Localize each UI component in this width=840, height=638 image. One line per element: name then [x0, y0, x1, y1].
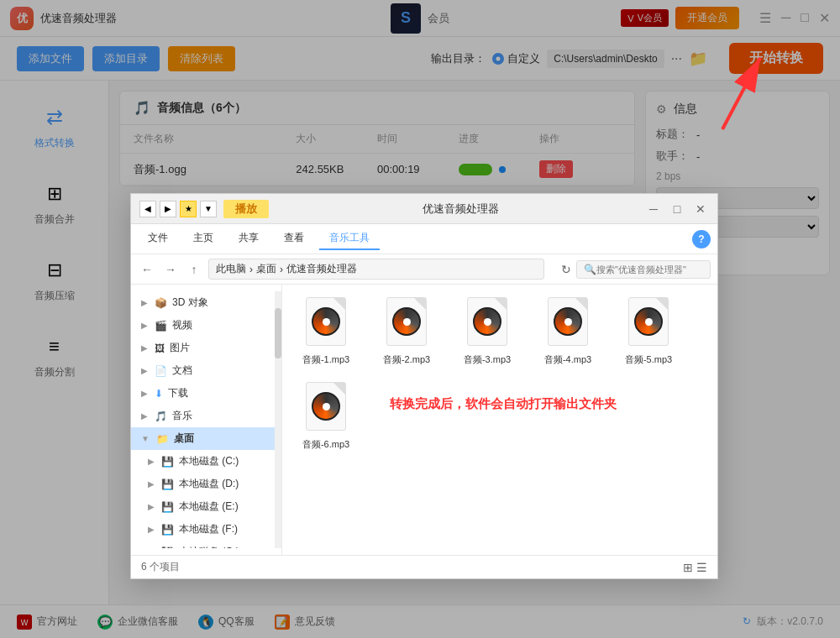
- fe-file-icon-6: [302, 379, 349, 433]
- fe-download-icon: ⬇: [155, 388, 163, 400]
- expand-icon7: ▼: [141, 434, 150, 443]
- fe-file-3[interactable]: 音频-3.mp3: [454, 295, 521, 366]
- fe-g-icon: 💾: [161, 546, 174, 549]
- fe-scrollbar-thumb: [275, 308, 281, 358]
- fe-file-icon-3: [464, 295, 511, 348]
- fe-video-label: 视频: [172, 318, 192, 332]
- fe-view-icons: ⊞ ☰: [683, 561, 707, 574]
- fe-item-count: 6 个项目: [141, 560, 180, 574]
- fe-tab-home[interactable]: 主页: [183, 227, 223, 250]
- expand-icon5: ▶: [141, 389, 148, 398]
- fe-minimize-btn[interactable]: ─: [645, 202, 662, 216]
- fe-scrollbar[interactable]: [275, 291, 281, 548]
- bc-app: 优速音频处理器: [286, 262, 357, 276]
- expand-icon9: ▶: [148, 479, 155, 489]
- fe-search-icon: 🔍: [584, 264, 596, 275]
- fe-star-icon[interactable]: ★: [180, 201, 197, 217]
- fe-sidebar-music[interactable]: ▶ 🎵 音乐: [131, 405, 281, 427]
- fe-c-label: 本地磁盘 (C:): [179, 454, 239, 468]
- fe-icon-group: ◀ ▶ ★ ▼: [139, 201, 217, 217]
- fe-sidebar-pics[interactable]: ▶ 🖼 图片: [131, 337, 281, 359]
- fe-play-badge: 播放: [223, 200, 269, 218]
- bc-sep1: ›: [249, 264, 253, 275]
- fe-music-label: 音乐: [172, 409, 192, 423]
- fe-sidebar-f[interactable]: ▶ 💾 本地磁盘 (F:): [131, 518, 281, 541]
- fe-pics-label: 图片: [170, 341, 190, 355]
- fe-sidebar-download[interactable]: ▶ ⬇ 下载: [131, 382, 281, 405]
- fe-3d-label: 3D 对象: [172, 295, 208, 310]
- fe-help-btn[interactable]: ?: [692, 230, 711, 248]
- expand-icon4: ▶: [141, 366, 148, 375]
- expand-icon: ▶: [141, 298, 148, 307]
- fe-sidebar-d[interactable]: ▶ 💾 本地磁盘 (D:): [131, 473, 281, 495]
- fe-row2: 音频-6.mp3 转换完成后，软件会自动打开输出文件夹: [292, 379, 707, 451]
- fe-nav-bar: ← → ↑ 此电脑 › 桌面 › 优速音频处理器 ↻ 🔍: [131, 254, 717, 285]
- fe-file-6[interactable]: 音频-6.mp3: [292, 379, 360, 451]
- expand-icon6: ▶: [141, 411, 148, 421]
- fe-file-name-4: 音频-4.mp3: [544, 353, 591, 366]
- fe-tabs: 文件 主页 共享 查看 音乐工具 ?: [131, 224, 717, 254]
- fe-sidebar-g[interactable]: ▶ 💾 本地磁盘 (G:): [131, 541, 281, 548]
- conversion-message: 转换完成后，软件会自动打开输出文件夹: [390, 396, 617, 412]
- fe-grid-view-icon[interactable]: ⊞: [683, 561, 693, 574]
- fe-nav-back[interactable]: ←: [138, 260, 156, 279]
- fe-title: 优速音频处理器: [276, 201, 645, 217]
- fe-file-2[interactable]: 音频-2.mp3: [373, 295, 440, 366]
- fe-list-view-icon[interactable]: ☰: [696, 561, 707, 574]
- fe-tab-music[interactable]: 音乐工具: [319, 227, 380, 250]
- fe-file-icon-5: [625, 295, 672, 348]
- fe-fwd-icon[interactable]: ▶: [160, 201, 176, 217]
- fe-docs-label: 文档: [172, 363, 192, 378]
- fe-nav-up[interactable]: ↑: [185, 260, 203, 279]
- fe-file-icon-2: [383, 295, 430, 348]
- fe-body: ▶ 📦 3D 对象 ▶ 🎬 视频 ▶ 🖼 图片 ▶ 📄 文档: [131, 285, 717, 555]
- fe-f-icon: 💾: [161, 524, 174, 536]
- fe-sidebar-video[interactable]: ▶ 🎬 视频: [131, 314, 281, 337]
- expand-icon10: ▶: [148, 502, 155, 511]
- fe-d-icon: 💾: [161, 478, 174, 490]
- fe-file-name-2: 音频-2.mp3: [383, 353, 430, 366]
- fe-content: 音频-1.mp3 音频-2.mp3: [282, 285, 717, 555]
- fe-back-icon[interactable]: ◀: [139, 201, 156, 217]
- fe-sidebar-c[interactable]: ▶ 💾 本地磁盘 (C:): [131, 450, 281, 473]
- fe-win-controls: ─ □ ✕: [645, 202, 709, 216]
- fe-docs-icon: 📄: [155, 365, 167, 377]
- fe-music-icon: 🎵: [155, 411, 167, 422]
- fe-d-label: 本地磁盘 (D:): [179, 477, 239, 491]
- fe-nav-fwd[interactable]: →: [161, 260, 180, 279]
- fe-down-icon[interactable]: ▼: [200, 201, 217, 217]
- fe-maximize-btn[interactable]: □: [669, 202, 685, 216]
- fe-sidebar-3d[interactable]: ▶ 📦 3D 对象: [131, 291, 281, 314]
- fe-sidebar-desktop[interactable]: ▼ 📁 桌面: [131, 427, 281, 450]
- fe-sidebar-docs[interactable]: ▶ 📄 文档: [131, 359, 281, 382]
- fe-search-input[interactable]: [596, 264, 697, 275]
- fe-sidebar: ▶ 📦 3D 对象 ▶ 🎬 视频 ▶ 🖼 图片 ▶ 📄 文档: [131, 285, 282, 555]
- fe-e-label: 本地磁盘 (E:): [179, 499, 239, 514]
- fe-tab-file[interactable]: 文件: [138, 227, 178, 250]
- bc-desktop: 桌面: [256, 262, 276, 276]
- fe-file-icon-1: [302, 295, 349, 348]
- fe-g-label: 本地磁盘 (G:): [179, 545, 239, 548]
- fe-breadcrumb[interactable]: 此电脑 › 桌面 › 优速音频处理器: [208, 259, 544, 280]
- expand-icon12: ▶: [148, 547, 155, 548]
- fe-close-btn[interactable]: ✕: [692, 202, 709, 216]
- fe-pics-icon: 🖼: [155, 343, 165, 354]
- fe-tab-share[interactable]: 共享: [228, 227, 269, 250]
- fe-sidebar-e[interactable]: ▶ 💾 本地磁盘 (E:): [131, 495, 281, 518]
- fe-file-4[interactable]: 音频-4.mp3: [534, 295, 601, 366]
- fe-file-name-6: 音频-6.mp3: [302, 438, 349, 451]
- expand-icon3: ▶: [141, 343, 148, 353]
- fe-e-icon: 💾: [161, 501, 174, 513]
- fe-f-label: 本地磁盘 (F:): [179, 522, 238, 536]
- fe-refresh-btn[interactable]: ↻: [561, 263, 571, 276]
- fe-file-5[interactable]: 音频-5.mp3: [615, 295, 682, 366]
- fe-file-1[interactable]: 音频-1.mp3: [292, 295, 360, 366]
- fe-desktop-icon: 📁: [156, 433, 169, 445]
- fe-file-icon-4: [544, 295, 591, 348]
- file-explorer-dialog: ◀ ▶ ★ ▼ 播放 优速音频处理器 ─ □ ✕ 文件 主页 共享 查看 音乐工…: [130, 193, 718, 579]
- expand-icon8: ▶: [148, 457, 155, 466]
- fe-tab-view[interactable]: 查看: [274, 227, 314, 250]
- expand-icon11: ▶: [148, 525, 155, 534]
- fe-title-bar: ◀ ▶ ★ ▼ 播放 优速音频处理器 ─ □ ✕: [131, 194, 717, 224]
- fe-search-box[interactable]: 🔍: [576, 260, 711, 279]
